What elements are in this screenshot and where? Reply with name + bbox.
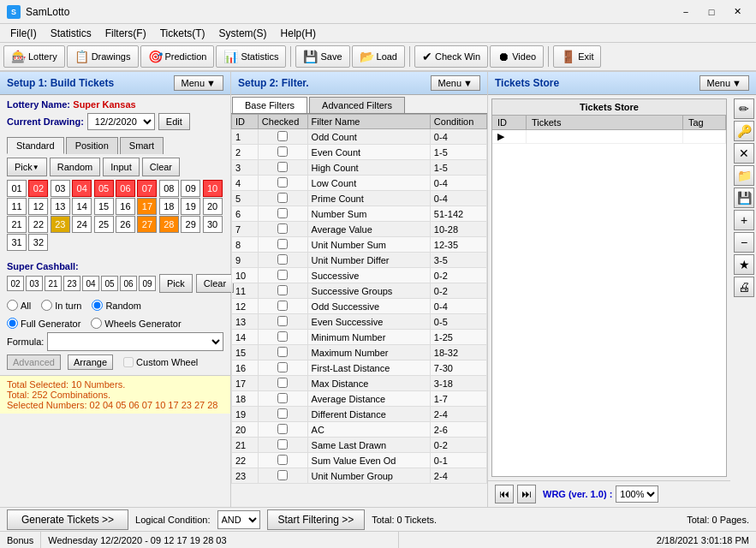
tb-video-button[interactable]: ⏺ Video (490, 45, 544, 68)
number-cell-21[interactable]: 21 (7, 216, 27, 233)
cashball-clear-button[interactable]: Clear (196, 274, 234, 293)
tb-save-button[interactable]: 💾 Save (295, 45, 349, 68)
filter-checkbox[interactable] (258, 391, 307, 407)
filter-checkbox[interactable] (258, 191, 307, 206)
filter-checkbox[interactable] (258, 330, 307, 345)
number-cell-01[interactable]: 01 (7, 180, 27, 197)
advanced-button[interactable]: Advanced (7, 354, 61, 370)
radio-random[interactable]: Random (92, 300, 141, 311)
menu-system[interactable]: System(S) (212, 26, 274, 41)
tb-prediction-button[interactable]: 🎯 Prediction (140, 45, 215, 68)
tab-standard[interactable]: Standard (7, 137, 64, 154)
number-cell-31[interactable]: 31 (7, 234, 27, 251)
number-cell-23[interactable]: 23 (51, 216, 70, 233)
tb-drawings-button[interactable]: 📋 Drawings (67, 45, 139, 68)
mid-panel-menu-button[interactable]: Menu ▼ (431, 75, 480, 91)
number-cell-29[interactable]: 29 (181, 216, 200, 233)
current-drawing-select[interactable]: 12/2/2020 (87, 113, 155, 130)
cashball-num-23[interactable]: 23 (63, 276, 80, 291)
filter-checkbox[interactable] (258, 453, 307, 468)
tb-lottery-button[interactable]: 🎰 Lottery (3, 45, 65, 68)
add-btn[interactable]: + (734, 210, 754, 230)
edit-drawing-button[interactable]: Edit (158, 113, 190, 130)
remove-btn[interactable]: − (734, 232, 754, 253)
tb-exit-button[interactable]: 🚪 Exit (553, 45, 601, 68)
cashball-num-06[interactable]: 06 (120, 276, 137, 291)
right-panel-menu-button[interactable]: Menu ▼ (699, 75, 749, 91)
tab-smart[interactable]: Smart (120, 137, 164, 154)
number-cell-02[interactable]: 02 (28, 180, 48, 197)
filter-checkbox[interactable] (258, 160, 307, 176)
filter-table-scroll[interactable]: ID Checked Filter Name Condition 1 Odd C… (231, 114, 487, 484)
save-store-btn[interactable]: 💾 (734, 188, 754, 208)
tb-checkwin-button[interactable]: ✔ Check Win (414, 45, 488, 68)
filter-checkbox[interactable] (258, 206, 307, 222)
formula-select[interactable] (47, 332, 223, 351)
left-panel-menu-button[interactable]: Menu ▼ (174, 75, 223, 91)
number-cell-03[interactable]: 03 (51, 180, 70, 197)
number-cell-22[interactable]: 22 (28, 216, 48, 233)
filter-tab-advanced[interactable]: Advanced Filters (309, 97, 405, 113)
number-cell-10[interactable]: 10 (203, 180, 223, 197)
menu-filters[interactable]: Filters(F) (98, 26, 153, 41)
close-button[interactable]: ✕ (725, 3, 749, 21)
maximize-button[interactable]: □ (699, 3, 723, 21)
number-cell-14[interactable]: 14 (72, 198, 92, 215)
filter-checkbox[interactable] (258, 360, 307, 376)
number-cell-18[interactable]: 18 (159, 198, 179, 215)
number-cell-27[interactable]: 27 (137, 216, 157, 233)
filter-checkbox[interactable] (258, 407, 307, 422)
cashball-num-03[interactable]: 03 (26, 276, 43, 291)
tab-position[interactable]: Position (66, 137, 118, 154)
number-cell-25[interactable]: 25 (94, 216, 114, 233)
input-button[interactable]: Input (103, 158, 139, 176)
filter-checkbox[interactable] (258, 468, 307, 484)
number-cell-08[interactable]: 08 (159, 180, 179, 197)
number-cell-16[interactable]: 16 (116, 198, 135, 215)
logical-condition-select[interactable]: AND OR (217, 510, 260, 529)
zoom-select[interactable]: 100% (616, 485, 658, 503)
cashball-num-21[interactable]: 21 (45, 276, 62, 291)
number-cell-20[interactable]: 20 (203, 198, 223, 215)
filter-checkbox[interactable] (258, 299, 307, 314)
nav-first-button[interactable]: ⏮ (495, 485, 514, 503)
number-cell-30[interactable]: 30 (203, 216, 223, 233)
arrange-button[interactable]: Arrange (68, 354, 113, 370)
start-filtering-button[interactable]: Start Filtering >> (267, 509, 366, 530)
menu-statistics[interactable]: Statistics (44, 26, 98, 41)
filter-checkbox[interactable] (258, 283, 307, 299)
filter-checkbox[interactable] (258, 422, 307, 438)
wheels-gen-option[interactable]: Wheels Generator (91, 318, 181, 329)
filter-checkbox[interactable] (258, 145, 307, 160)
filter-checkbox[interactable] (258, 222, 307, 237)
number-cell-28[interactable]: 28 (159, 216, 179, 233)
full-gen-option[interactable]: Full Generator (7, 318, 80, 329)
nav-next-button[interactable]: ⏭ (517, 485, 536, 503)
edit-btn[interactable]: ✏ (734, 98, 754, 119)
number-cell-04[interactable]: 04 (72, 180, 92, 197)
pick-button[interactable]: Pick ▼ (7, 158, 47, 176)
menu-file[interactable]: File(I) (3, 26, 44, 41)
filter-checkbox[interactable] (258, 129, 307, 145)
menu-tickets[interactable]: Tickets(T) (153, 26, 212, 41)
cashball-num-05[interactable]: 05 (101, 276, 118, 291)
cashball-num-02[interactable]: 02 (7, 276, 24, 291)
number-cell-32[interactable]: 32 (28, 234, 48, 251)
filter-checkbox[interactable] (258, 253, 307, 268)
filter-checkbox[interactable] (258, 237, 307, 253)
filter-checkbox[interactable] (258, 268, 307, 283)
number-cell-11[interactable]: 11 (7, 198, 27, 215)
filter-checkbox[interactable] (258, 314, 307, 330)
filter-checkbox[interactable] (258, 438, 307, 453)
custom-wheel-option[interactable]: Custom Wheel (123, 357, 198, 367)
menu-help[interactable]: Help(H) (274, 26, 323, 41)
filter-checkbox[interactable] (258, 376, 307, 391)
number-cell-13[interactable]: 13 (51, 198, 70, 215)
number-cell-17[interactable]: 17 (137, 198, 157, 215)
number-cell-05[interactable]: 05 (94, 180, 114, 197)
cashball-num-09[interactable]: 09 (139, 276, 156, 291)
delete-btn[interactable]: ✕ (734, 143, 754, 164)
tb-load-button[interactable]: 📂 Load (352, 45, 405, 68)
number-cell-24[interactable]: 24 (72, 216, 92, 233)
filter-checkbox[interactable] (258, 176, 307, 191)
